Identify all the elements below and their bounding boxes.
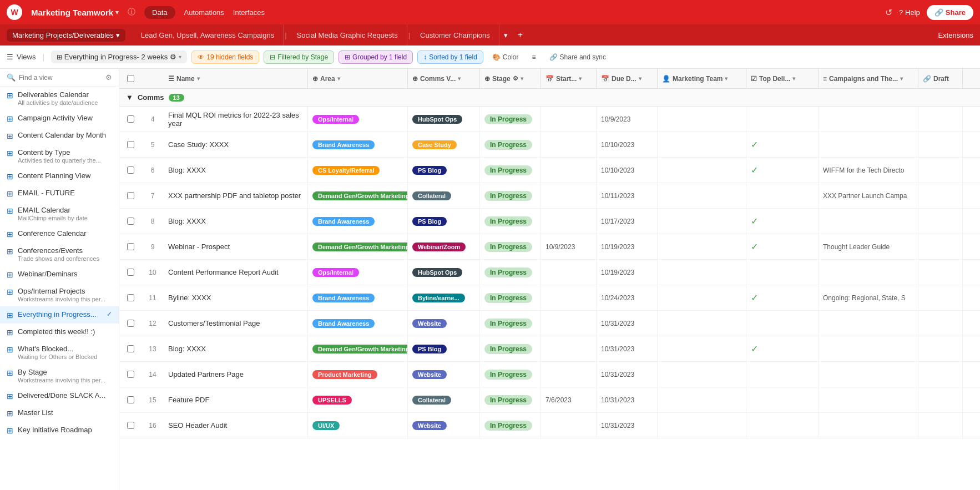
camp-col-chevron[interactable]: ▾ (900, 75, 903, 82)
view-name-button[interactable]: ⊞ Everything in Progress- 2 weeks ⚙ ▾ (51, 50, 187, 63)
sidebar-item-5[interactable]: ⊞ EMAIL - FUTURE (0, 185, 119, 202)
row-check-input-12[interactable] (127, 422, 134, 429)
sidebar-item-4[interactable]: ⊞ Content Planning View (0, 168, 119, 185)
row-check-input-6[interactable] (127, 269, 134, 276)
row-checkbox-0[interactable] (119, 115, 142, 123)
sidebar-item-2[interactable]: ⊞ Content Calendar by Month (0, 127, 119, 144)
header-checkbox[interactable] (119, 75, 142, 82)
row-checkbox-1[interactable] (119, 141, 142, 148)
table-row[interactable]: 8 Blog: XXXX Brand Awareness PS Blog In … (119, 209, 980, 234)
views-toggle[interactable]: ☰ Views (7, 53, 36, 61)
sidebar-item-7[interactable]: ⊞ Conference Calendar (0, 225, 119, 243)
row-check-input-8[interactable] (127, 320, 134, 327)
sidebar-item-3[interactable]: ⊞ Content by Type Activities tied to qua… (0, 144, 119, 168)
row-check-input-2[interactable] (127, 166, 134, 174)
table-row[interactable]: 4 Final MQL ROI metrics for 2022-23 sale… (119, 107, 980, 132)
header-name[interactable]: ☰ Name ▾ (164, 69, 308, 88)
start-col-chevron[interactable]: ▾ (579, 75, 582, 82)
row-checkbox-9[interactable] (119, 345, 142, 352)
share-button[interactable]: 🔗 Share (927, 5, 973, 20)
table-row[interactable]: 16 SEO Header Audit UI/UX Website In Pro… (119, 413, 980, 438)
row-check-input-1[interactable] (127, 141, 134, 148)
extensions-button[interactable]: Extensions (938, 31, 973, 39)
header-area[interactable]: ⊕ Area ▾ (308, 69, 408, 88)
row-checkbox-4[interactable] (119, 218, 142, 225)
row-height-button[interactable]: ≡ (528, 51, 540, 63)
name-col-chevron[interactable]: ▾ (197, 75, 200, 82)
sidebar-search-input[interactable] (19, 74, 102, 82)
group-collapse-icon[interactable]: ▼ (126, 93, 133, 102)
logo-icon[interactable]: W (7, 4, 22, 20)
area-col-chevron[interactable]: ▾ (337, 75, 340, 82)
header-due[interactable]: 📅 Due D... ▾ (597, 69, 658, 88)
stage-col-settings[interactable]: ⚙ (513, 75, 518, 82)
header-draft[interactable]: 🔗 Draft (918, 69, 963, 88)
row-check-input-5[interactable] (127, 243, 134, 250)
top-col-chevron[interactable]: ▾ (792, 75, 795, 82)
table-row[interactable]: 6 Blog: XXXX CS Loyalty/Referral PS Blog… (119, 158, 980, 183)
row-checkbox-11[interactable] (119, 396, 142, 403)
sidebar-item-15[interactable]: ⊞ Delivered/Done SLACK A... (0, 387, 119, 405)
tab-champions[interactable]: Customer Champions (411, 24, 499, 46)
table-row[interactable]: 5 Case Study: XXXX Brand Awareness Case … (119, 132, 980, 158)
header-stage[interactable]: ⊕ Stage ⚙ ▾ (480, 69, 541, 88)
sidebar-item-14[interactable]: ⊞ By Stage Workstreams involving this pe… (0, 364, 119, 387)
tab-social[interactable]: Social Media Graphic Requests (288, 24, 407, 46)
sort-button[interactable]: ↕ Sorted by 1 field (417, 50, 483, 64)
select-all-checkbox[interactable] (127, 75, 134, 82)
row-check-input-7[interactable] (127, 294, 134, 301)
sidebar-item-0[interactable]: ⊞ Deliverables Calendar All activities b… (0, 87, 119, 110)
table-row[interactable]: 14 Updated Partners Page Product Marketi… (119, 362, 980, 387)
row-check-input-3[interactable] (127, 192, 134, 199)
row-checkbox-10[interactable] (119, 371, 142, 378)
sidebar-item-13[interactable]: ⊞ What's Blocked... Waiting for Others o… (0, 341, 119, 364)
table-row[interactable]: 11 Byline: XXXX Brand Awareness Byline/e… (119, 285, 980, 311)
stage-col-chevron[interactable]: ▾ (521, 75, 523, 82)
group-button[interactable]: ⊞ Grouped by 1 field (339, 50, 413, 64)
title-chevron[interactable]: ▾ (115, 9, 119, 16)
row-check-input-9[interactable] (127, 345, 134, 352)
info-icon[interactable]: ⓘ (128, 7, 135, 17)
table-row[interactable]: 13 Blog: XXXX Demand Gen/Growth Marketin… (119, 336, 980, 362)
table-row[interactable]: 7 XXX partnership PDF and tabletop poste… (119, 183, 980, 209)
sidebar-settings-icon[interactable]: ⚙ (105, 73, 112, 82)
row-check-input-4[interactable] (127, 218, 134, 225)
color-button[interactable]: 🎨 Color (488, 51, 523, 63)
help-button[interactable]: ? Help (899, 8, 920, 17)
due-col-chevron[interactable]: ▾ (639, 75, 641, 82)
header-comms[interactable]: ⊕ Comms V... ▾ (408, 69, 480, 88)
sidebar-item-11[interactable]: ⊞ Everything in Progress... ✓ (0, 306, 119, 324)
row-checkbox-2[interactable] (119, 166, 142, 174)
sidebar-item-9[interactable]: ⊞ Webinar/Deminars (0, 266, 119, 283)
table-row[interactable]: 12 Customers/Testimonial Page Brand Awar… (119, 311, 980, 336)
row-check-input-10[interactable] (127, 371, 134, 378)
sidebar-item-17[interactable]: ⊞ Key Initiative Roadmap (0, 422, 119, 439)
share-sync-button[interactable]: 🔗 Share and sync (545, 51, 610, 63)
row-check-input-11[interactable] (127, 396, 134, 403)
header-camp[interactable]: ≡ Campaigns and The... ▾ (819, 69, 918, 88)
sidebar-item-16[interactable]: ⊞ Master List (0, 405, 119, 422)
nav-automations[interactable]: Automations (184, 8, 224, 17)
table-row[interactable]: 10 Content Performance Report Audit Ops/… (119, 260, 980, 285)
nav-interfaces[interactable]: Interfaces (233, 8, 265, 17)
table-row[interactable]: 15 Feature PDF UPSELLS Collateral In Pro… (119, 387, 980, 413)
tab-chevron[interactable]: ▾ (499, 31, 512, 39)
filter-button[interactable]: ⊟ Filtered by Stage (264, 50, 334, 64)
header-start[interactable]: 📅 Start... ▾ (541, 69, 597, 88)
sidebar-item-10[interactable]: ⊞ Ops/Internal Projects Workstreams invo… (0, 283, 119, 306)
sidebar-item-12[interactable]: ⊞ Completed this week!! :) (0, 324, 119, 341)
sidebar-item-6[interactable]: ⊞ EMAIL Calendar MailChimp emails by dat… (0, 202, 119, 225)
nav-data[interactable]: Data (144, 6, 175, 19)
comms-col-chevron[interactable]: ▾ (458, 75, 461, 82)
tab-lead-gen[interactable]: Lead Gen, Upsell, Awareness Campaigns (132, 24, 284, 46)
table-row[interactable]: 9 Webinar - Prospect Demand Gen/Growth M… (119, 234, 980, 260)
sidebar-item-1[interactable]: ⊞ Campaign Activity View (0, 110, 119, 127)
row-checkbox-7[interactable] (119, 294, 142, 301)
tab-add-button[interactable]: + (512, 30, 528, 40)
row-checkbox-5[interactable] (119, 243, 142, 250)
row-checkbox-12[interactable] (119, 422, 142, 429)
header-top[interactable]: ☑ Top Deli... ▾ (746, 69, 819, 88)
row-check-input-0[interactable] (127, 115, 134, 123)
row-checkbox-3[interactable] (119, 192, 142, 199)
mkt-col-chevron[interactable]: ▾ (725, 75, 728, 82)
